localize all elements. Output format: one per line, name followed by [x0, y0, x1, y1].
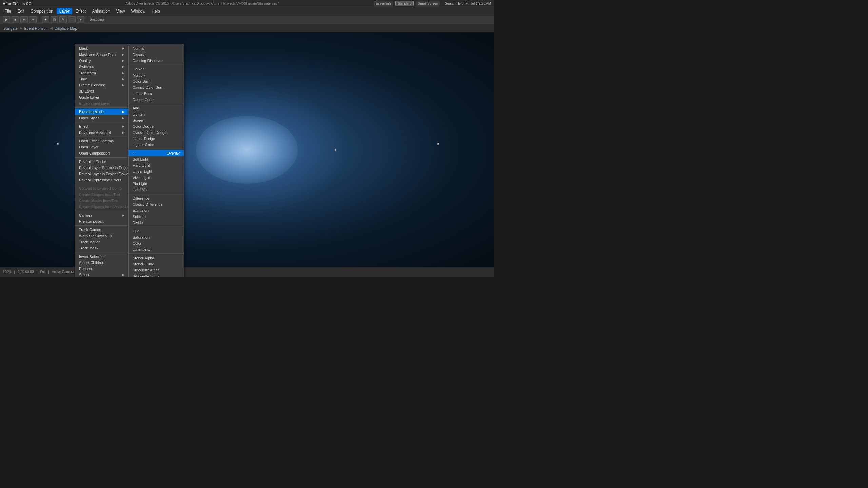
menu-layer-styles[interactable]: Layer Styles ▶	[75, 115, 129, 121]
menu-track-motion[interactable]: Track Motion	[75, 239, 129, 245]
zoom-level[interactable]: 100%	[3, 270, 12, 274]
blend-hue-label: Hue	[133, 229, 139, 233]
menu-switches[interactable]: Switches ▶	[75, 64, 129, 70]
blend-hard-mix[interactable]: Hard Mix	[129, 187, 184, 193]
menu-reveal-expressions[interactable]: Reveal Expression Errors	[75, 177, 129, 183]
blend-classic-color-burn[interactable]: Classic Color Burn	[129, 84, 184, 90]
menu-quality[interactable]: Quality ▶	[75, 58, 129, 64]
menu-composition[interactable]: Composition	[28, 8, 56, 14]
blend-vivid-light[interactable]: Vivid Light	[129, 175, 184, 181]
blend-classic-difference[interactable]: Classic Difference	[129, 201, 184, 207]
menu-view[interactable]: View	[114, 8, 128, 14]
menu-warp-stabilizer[interactable]: Warp Stabilizer VFX	[75, 233, 129, 239]
menu-blending-mode[interactable]: Blending Mode ▶	[75, 109, 129, 115]
toolbar-btn-7[interactable]: ✎	[59, 16, 67, 23]
menu-open-layer[interactable]: Open Layer	[75, 144, 129, 150]
breadcrumb-stargate[interactable]: Stargate	[3, 26, 18, 30]
menu-select[interactable]: Select ▶	[75, 272, 129, 277]
menu-help[interactable]: Help	[149, 8, 163, 14]
blend-difference[interactable]: Difference	[129, 195, 184, 201]
blend-divide[interactable]: Divide	[129, 220, 184, 226]
blend-stencil-luma[interactable]: Stencil Luma	[129, 261, 184, 267]
menu-invert-selection[interactable]: Invert Selection	[75, 253, 129, 260]
blend-soft-light[interactable]: Soft Light	[129, 156, 184, 162]
blend-linear-burn[interactable]: Linear Burn	[129, 90, 184, 97]
blend-classic-color-dodge[interactable]: Classic Color Dodge	[129, 129, 184, 136]
menu-track-camera[interactable]: Track Camera	[75, 227, 129, 233]
menu-layer-styles-label: Layer Styles	[79, 116, 100, 120]
menu-reveal-finder[interactable]: Reveal in Finder	[75, 159, 129, 165]
menu-layer[interactable]: Layer	[57, 8, 72, 14]
blend-dancing-dissolve[interactable]: Dancing Dissolve	[129, 58, 184, 64]
menu-transform[interactable]: Transform ▶	[75, 70, 129, 76]
menu-window[interactable]: Window	[128, 8, 148, 14]
blend-lighter-color[interactable]: Lighter Color	[129, 142, 184, 148]
blend-add[interactable]: Add	[129, 105, 184, 111]
menu-open-effect-controls-label: Open Effect Controls	[79, 139, 114, 143]
toolbar-btn-1[interactable]: ▶	[3, 16, 10, 23]
blend-pin-light[interactable]: Pin Light	[129, 181, 184, 187]
blend-color-burn[interactable]: Color Burn	[129, 78, 184, 84]
menu-file[interactable]: File	[2, 8, 14, 14]
menu-open-effect-controls[interactable]: Open Effect Controls	[75, 138, 129, 144]
search-help[interactable]: Search Help	[445, 2, 463, 5]
toolbar-btn-6[interactable]: ⬡	[51, 16, 58, 23]
menu-pre-compose[interactable]: Pre-compose...	[75, 218, 129, 224]
active-camera[interactable]: Active Camera	[52, 270, 74, 274]
blend-subtract[interactable]: Subtract	[129, 214, 184, 220]
blend-color[interactable]: Color	[129, 240, 184, 246]
render-quality[interactable]: Full	[40, 270, 45, 274]
toolbar-btn-5[interactable]: ✦	[42, 16, 49, 23]
blend-multiply[interactable]: Multiply	[129, 72, 184, 78]
menu-open-composition[interactable]: Open Composition	[75, 150, 129, 156]
blend-dissolve[interactable]: Dissolve	[129, 52, 184, 58]
menu-mask[interactable]: Mask ▶	[75, 45, 129, 52]
blend-linear-dodge[interactable]: Linear Dodge	[129, 136, 184, 142]
menu-effect[interactable]: Effect	[73, 8, 88, 14]
breadcrumb-event-horizon[interactable]: Event Horizon	[24, 26, 48, 30]
menu-rename[interactable]: Rename	[75, 266, 129, 272]
menu-edit[interactable]: Edit	[15, 8, 27, 14]
menu-camera[interactable]: Camera ▶	[75, 212, 129, 218]
timecode[interactable]: 0;00;00;00	[18, 270, 34, 274]
blend-stencil-alpha[interactable]: Stencil Alpha	[129, 255, 184, 261]
menu-animation[interactable]: Animation	[89, 8, 113, 14]
menu-mask-shape-path[interactable]: Mask and Shape Path ▶	[75, 52, 129, 58]
blend-hue[interactable]: Hue	[129, 228, 184, 234]
blend-lighten[interactable]: Lighten	[129, 111, 184, 117]
toolbar-btn-9[interactable]: ✂	[77, 16, 84, 23]
blend-saturation[interactable]: Saturation	[129, 234, 184, 240]
menu-reveal-flowchart[interactable]: Reveal Layer in Project Flowchart	[75, 171, 129, 177]
blend-luminosity[interactable]: Luminosity	[129, 246, 184, 252]
menu-frame-blending[interactable]: Frame Blending ▶	[75, 82, 129, 88]
menu-time[interactable]: Time ▶	[75, 76, 129, 82]
blend-overlay[interactable]: ○ Overlay	[129, 150, 184, 156]
ae-app-name[interactable]: After Effects CC	[3, 2, 31, 6]
blend-hard-light[interactable]: Hard Light	[129, 162, 184, 168]
toolbar-btn-2[interactable]: ■	[12, 16, 19, 23]
toolbar-btn-8[interactable]: T	[68, 16, 76, 23]
blend-color-dodge[interactable]: Color Dodge	[129, 123, 184, 129]
menu-reveal-source[interactable]: Reveal Layer Source in Project	[75, 165, 129, 171]
toolbar-btn-4[interactable]: ↪	[29, 16, 37, 23]
menu-3d-layer[interactable]: 3D Layer	[75, 88, 129, 94]
workspace-standard[interactable]: Standard	[395, 1, 414, 6]
blend-silhouette-luma[interactable]: Silhouette Luma	[129, 273, 184, 277]
breadcrumb-displace-map[interactable]: Displace Map	[55, 26, 77, 30]
menu-effect[interactable]: Effect ▶	[75, 123, 129, 129]
menu-keyframe-assistant[interactable]: Keyframe Assistant ▶	[75, 129, 129, 136]
blend-exclusion[interactable]: Exclusion	[129, 207, 184, 214]
workspace-essentials[interactable]: Essentials	[374, 1, 393, 6]
menu-guide-layer[interactable]: Guide Layer	[75, 94, 129, 100]
toolbar-btn-3[interactable]: ↩	[20, 16, 28, 23]
blend-darken[interactable]: Darken	[129, 66, 184, 72]
blend-darker-color[interactable]: Darker Color	[129, 97, 184, 103]
blend-add-label: Add	[133, 106, 139, 110]
blend-silhouette-alpha[interactable]: Silhouette Alpha	[129, 267, 184, 273]
blend-screen[interactable]: Screen	[129, 117, 184, 123]
blend-linear-light[interactable]: Linear Light	[129, 168, 184, 175]
blend-normal[interactable]: Normal	[129, 45, 184, 52]
workspace-small-screen[interactable]: Small Screen	[416, 1, 440, 6]
menu-track-mask[interactable]: Track Mask	[75, 245, 129, 251]
menu-select-children[interactable]: Select Children	[75, 260, 129, 266]
